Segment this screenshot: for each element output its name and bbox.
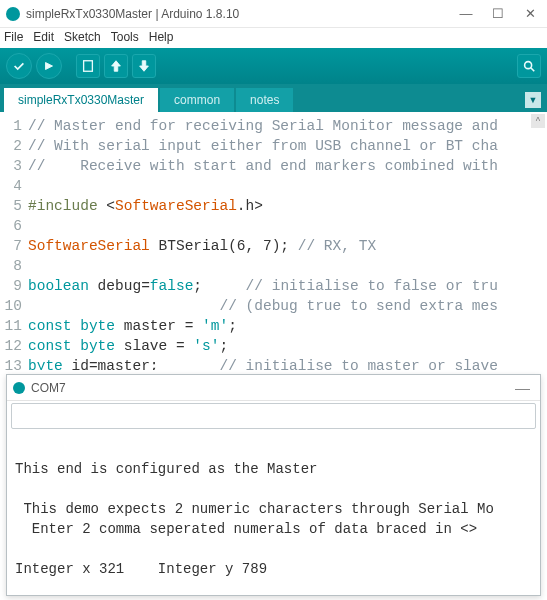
svg-rect-0 [84, 61, 93, 72]
line-number: 10 [0, 296, 28, 316]
open-button[interactable] [104, 54, 128, 78]
serial-monitor-window: COM7 — This end is configured as the Mas… [6, 374, 541, 596]
save-button[interactable] [132, 54, 156, 78]
menu-edit[interactable]: Edit [31, 30, 56, 44]
serial-monitor-button[interactable] [517, 54, 541, 78]
line-number: 7 [0, 236, 28, 256]
serial-titlebar: COM7 — [7, 375, 540, 401]
serial-input-field[interactable] [11, 403, 536, 429]
arduino-icon [6, 7, 20, 21]
line-number: 8 [0, 256, 28, 276]
menu-sketch[interactable]: Sketch [62, 30, 103, 44]
toolbar [0, 48, 547, 84]
serial-port-title: COM7 [31, 381, 515, 395]
line-number: 12 [0, 336, 28, 356]
scroll-up-icon[interactable]: ^ [531, 114, 545, 128]
line-number: 1 [0, 116, 28, 136]
line-number: 13 [0, 356, 28, 370]
tabbar: simpleRxTx0330Master common notes ▼ [0, 84, 547, 112]
menubar: File Edit Sketch Tools Help [0, 28, 547, 48]
line-number: 5 [0, 196, 28, 216]
window-title: simpleRxTx0330Master | Arduino 1.8.10 [26, 7, 459, 21]
new-button[interactable] [76, 54, 100, 78]
titlebar: simpleRxTx0330Master | Arduino 1.8.10 — … [0, 0, 547, 28]
svg-point-1 [525, 62, 532, 69]
window-controls: — ☐ ✕ [459, 7, 537, 21]
line-number: 3 [0, 156, 28, 176]
menu-tools[interactable]: Tools [109, 30, 141, 44]
menu-file[interactable]: File [2, 30, 25, 44]
arduino-icon [13, 382, 25, 394]
menu-help[interactable]: Help [147, 30, 176, 44]
line-number: 4 [0, 176, 28, 196]
verify-button[interactable] [6, 53, 32, 79]
maximize-button[interactable]: ☐ [491, 7, 505, 21]
line-number: 11 [0, 316, 28, 336]
tab-menu-button[interactable]: ▼ [525, 92, 541, 108]
serial-minimize-button[interactable]: — [515, 379, 530, 396]
tab-common[interactable]: common [160, 88, 234, 112]
line-number: 2 [0, 136, 28, 156]
line-number: 9 [0, 276, 28, 296]
upload-button[interactable] [36, 53, 62, 79]
code-editor[interactable]: ^ 1// Master end for receiving Serial Mo… [0, 112, 547, 370]
close-button[interactable]: ✕ [523, 7, 537, 21]
serial-output: This end is configured as the Master Thi… [7, 433, 540, 600]
tab-main-sketch[interactable]: simpleRxTx0330Master [4, 88, 158, 112]
tab-notes[interactable]: notes [236, 88, 293, 112]
minimize-button[interactable]: — [459, 7, 473, 21]
line-number: 6 [0, 216, 28, 236]
